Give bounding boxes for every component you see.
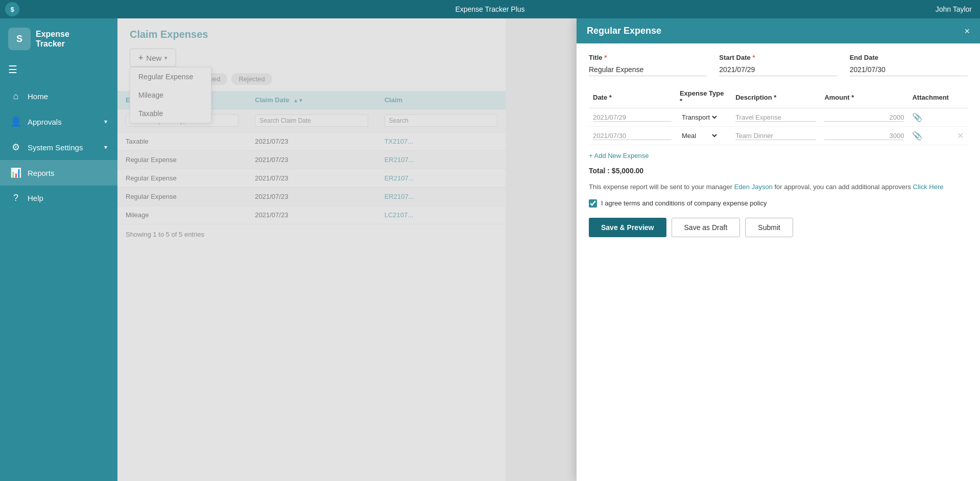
main-content: Claim Expenses + New ▾ Regular Expense M… bbox=[117, 18, 980, 481]
form-row-header: Title * Regular Expense Start Date * 202… bbox=[589, 54, 968, 76]
col-expense-type: Expense Type * bbox=[676, 86, 731, 108]
end-date-label: End Date bbox=[850, 54, 968, 61]
expense-type-cell: Transport Meal Other bbox=[676, 108, 731, 127]
expense-date bbox=[589, 127, 676, 145]
field-title: Title * Regular Expense bbox=[589, 54, 707, 76]
col-description: Description * bbox=[731, 86, 820, 108]
col-amount: Amount * bbox=[820, 86, 908, 108]
title-label: Title * bbox=[589, 54, 707, 61]
delete-row-button[interactable]: ✕ bbox=[957, 131, 964, 140]
sidebar-item-label: Approvals bbox=[28, 118, 62, 126]
col-attachment: Attachment bbox=[908, 86, 953, 108]
attachment-icon[interactable]: 📎 bbox=[912, 131, 922, 140]
sidebar-item-approvals[interactable]: 👤 Approvals ▾ bbox=[0, 109, 117, 134]
date-input[interactable] bbox=[593, 132, 672, 140]
click-here-link[interactable]: Click Here bbox=[913, 183, 944, 191]
submit-button[interactable]: Submit bbox=[745, 218, 793, 237]
start-date-label: Start Date * bbox=[719, 54, 837, 61]
sidebar-logo: S Expense Tracker bbox=[0, 18, 117, 59]
save-preview-button[interactable]: Save & Preview bbox=[589, 218, 666, 237]
app-logo-icon: $ bbox=[5, 2, 19, 16]
sidebar-item-home[interactable]: ⌂ Home bbox=[0, 84, 117, 109]
title-value: Regular Expense bbox=[589, 63, 707, 76]
modal-header: Regular Expense × bbox=[577, 18, 980, 43]
terms-row: I agree terms and conditions of company … bbox=[589, 199, 968, 208]
manager-link[interactable]: Eden Jayson bbox=[734, 183, 773, 191]
attachment-icon[interactable]: 📎 bbox=[912, 113, 922, 122]
sidebar-nav: ⌂ Home 👤 Approvals ▾ ⚙ System Settings ▾… bbox=[0, 84, 117, 481]
amount-input[interactable] bbox=[824, 132, 904, 140]
attachment-cell: 📎 bbox=[908, 108, 953, 127]
expense-amount bbox=[820, 108, 908, 127]
expense-type-select[interactable]: Transport Meal Other bbox=[680, 113, 719, 122]
modal-title: Regular Expense bbox=[587, 26, 661, 36]
expense-description bbox=[731, 108, 820, 127]
sidebar-item-label: Home bbox=[28, 92, 48, 101]
description-input[interactable] bbox=[735, 113, 816, 122]
attachment-cell: 📎 bbox=[908, 127, 953, 145]
top-bar: $ Expense Tracker Plus John Taylor bbox=[0, 0, 980, 18]
expense-type-cell: Transport Meal Other bbox=[676, 127, 731, 145]
settings-icon: ⚙ bbox=[10, 142, 21, 153]
logo-text: Expense Tracker bbox=[36, 29, 69, 49]
terms-checkbox[interactable] bbox=[589, 199, 597, 208]
sidebar-item-label: Help bbox=[28, 194, 43, 202]
sidebar: S Expense Tracker ☰ ⌂ Home 👤 Approvals ▾… bbox=[0, 18, 117, 481]
sidebar-item-label: System Settings bbox=[28, 143, 83, 152]
home-icon: ⌂ bbox=[10, 91, 21, 102]
close-button[interactable]: × bbox=[964, 27, 970, 36]
expense-table: Date * Expense Type * Description * Amou… bbox=[589, 86, 968, 145]
sidebar-item-reports[interactable]: 📊 Reports bbox=[0, 160, 117, 186]
hamburger-icon[interactable]: ☰ bbox=[0, 59, 117, 80]
app-title: Expense Tracker Plus bbox=[455, 5, 524, 13]
expense-description bbox=[731, 127, 820, 145]
field-start-date: Start Date * 2021/07/29 bbox=[719, 54, 837, 76]
app-layout: S Expense Tracker ☰ ⌂ Home 👤 Approvals ▾… bbox=[0, 18, 980, 481]
help-icon: ? bbox=[10, 193, 21, 203]
expense-amount bbox=[820, 127, 908, 145]
terms-label: I agree terms and conditions of company … bbox=[601, 199, 767, 207]
reports-icon: 📊 bbox=[10, 167, 21, 178]
chevron-down-icon: ▾ bbox=[104, 144, 107, 151]
expense-row-1: Transport Meal Other bbox=[589, 108, 968, 127]
sidebar-item-system-settings[interactable]: ⚙ System Settings ▾ bbox=[0, 134, 117, 160]
action-buttons: Save & Preview Save as Draft Submit bbox=[589, 218, 968, 237]
start-date-value: 2021/07/29 bbox=[719, 63, 837, 76]
expense-date bbox=[589, 108, 676, 127]
modal-panel: Regular Expense × Title * Regular Expens… bbox=[577, 18, 980, 481]
user-name: John Taylor bbox=[936, 5, 972, 13]
chevron-down-icon: ▾ bbox=[104, 118, 107, 125]
expense-row-2: Transport Meal Other bbox=[589, 127, 968, 145]
description-input[interactable] bbox=[735, 132, 816, 140]
field-end-date: End Date 2021/07/30 bbox=[850, 54, 968, 76]
approvals-icon: 👤 bbox=[10, 116, 21, 127]
sidebar-item-help[interactable]: ? Help bbox=[0, 186, 117, 211]
sidebar-item-label: Reports bbox=[28, 169, 55, 177]
approval-text: This expense report will be sent to your… bbox=[589, 182, 968, 192]
amount-input[interactable] bbox=[824, 113, 904, 122]
total-row: Total : $5,000.00 bbox=[589, 167, 968, 175]
modal-body: Title * Regular Expense Start Date * 202… bbox=[577, 43, 980, 481]
col-date: Date * bbox=[589, 86, 676, 108]
expense-type-select[interactable]: Transport Meal Other bbox=[680, 131, 719, 140]
save-draft-button[interactable]: Save as Draft bbox=[672, 218, 740, 237]
add-expense-link[interactable]: + Add New Expense bbox=[589, 152, 649, 159]
date-input[interactable] bbox=[593, 113, 672, 122]
end-date-value: 2021/07/30 bbox=[850, 63, 968, 76]
logo-icon: S bbox=[8, 28, 31, 50]
